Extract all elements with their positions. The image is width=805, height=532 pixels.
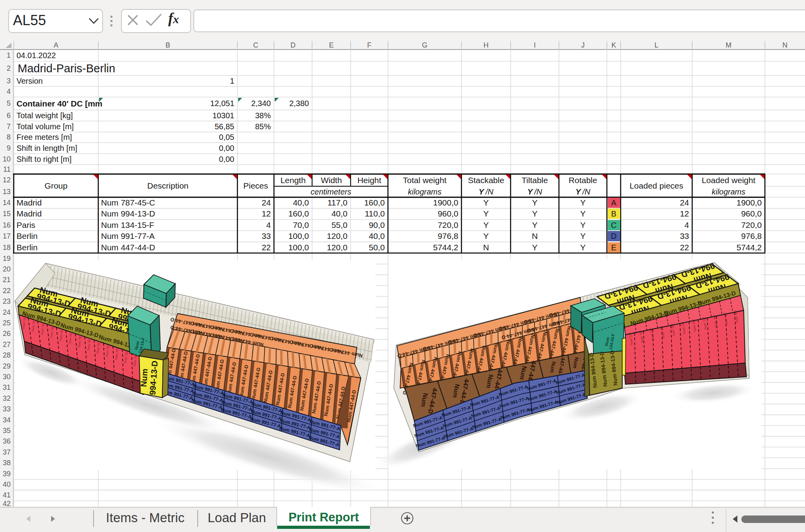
svg-text:Num: Num — [139, 368, 149, 387]
